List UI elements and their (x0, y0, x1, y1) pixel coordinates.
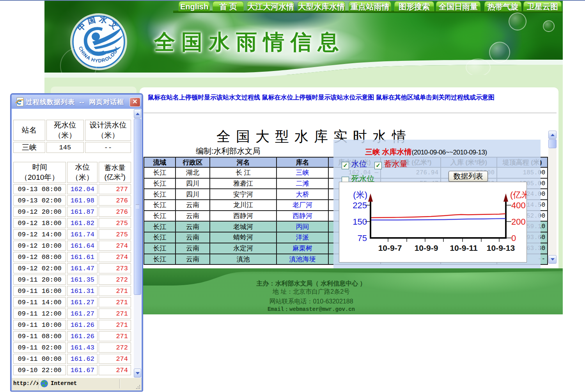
svg-text:200: 200 (511, 217, 526, 227)
svg-text:10-9-9: 10-9-9 (415, 243, 438, 252)
svg-text:75: 75 (358, 233, 367, 243)
svg-text:(亿米: (亿米 (510, 190, 526, 200)
svg-text:10-9-7: 10-9-7 (378, 243, 402, 252)
svg-text:0: 0 (511, 233, 516, 243)
svg-text:10-9-11: 10-9-11 (450, 243, 478, 252)
svg-text:(米): (米) (353, 190, 367, 200)
svg-text:400: 400 (511, 200, 526, 210)
svg-text:225: 225 (353, 200, 367, 210)
svg-text:150: 150 (353, 217, 367, 227)
svg-text:10-9-13: 10-9-13 (487, 243, 515, 252)
